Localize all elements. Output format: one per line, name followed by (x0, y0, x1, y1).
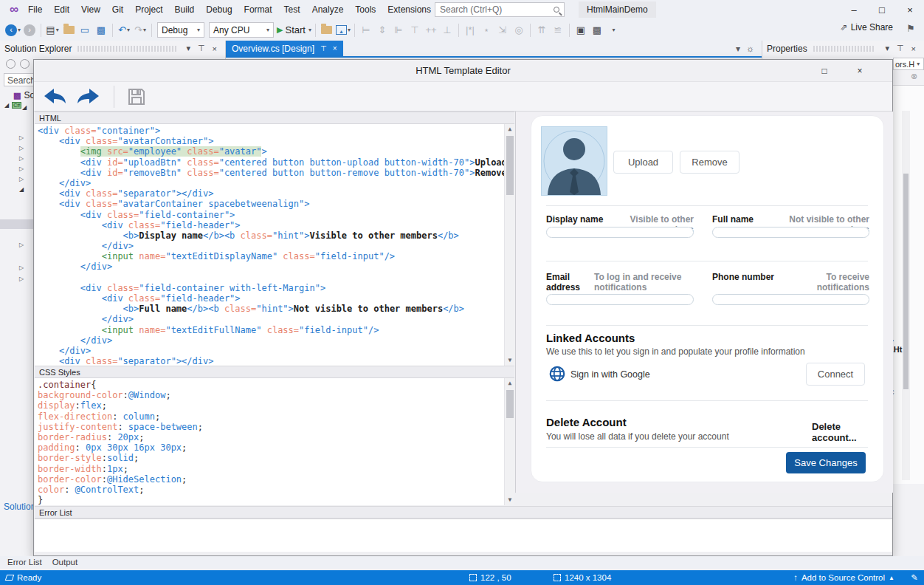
tree-expander[interactable]: ▷ (19, 276, 24, 282)
delete-account-link[interactable]: Delete account... (812, 421, 883, 443)
close-button[interactable]: × (896, 0, 924, 19)
tab-options-gear-icon[interactable]: ☼ (746, 44, 754, 54)
play-icon: ▶ (277, 25, 283, 35)
menu-item-edit[interactable]: Edit (48, 1, 75, 18)
display-name-input[interactable] (546, 227, 694, 238)
close-tab-icon[interactable]: × (333, 44, 337, 52)
image-preview-icon[interactable]: ▲▾ (336, 22, 351, 38)
html-code-editor[interactable]: <div class="container"> <div class="avat… (35, 124, 514, 366)
dialog-titlebar[interactable]: HTML Template Editor □ × (34, 60, 892, 82)
upload-button[interactable]: Upload (613, 151, 673, 174)
menu-item-project[interactable]: Project (129, 1, 168, 18)
scroll-up-icon[interactable]: ▲ (505, 124, 514, 134)
close-panel-icon[interactable]: × (908, 44, 920, 53)
edit-pencil-icon[interactable]: ✎ (911, 570, 918, 585)
pin-icon[interactable]: ⊤ (893, 44, 908, 53)
tree-expander[interactable]: ◢ (22, 104, 27, 111)
code-line: <div class="field-container"> (38, 210, 504, 220)
bring-to-front-icon[interactable]: ▣ (573, 22, 588, 38)
tree-expander[interactable]: ▷ (19, 165, 24, 172)
tree-expander[interactable]: ▷ (19, 145, 24, 151)
add-to-source-control-button[interactable]: ↑ Add to Source Control ▲ (793, 570, 894, 585)
pin-tab-icon[interactable]: ⊤ (320, 44, 327, 52)
pin-icon[interactable]: ⊤ (194, 44, 209, 53)
css-editor-scrollbar[interactable]: ▲ ▼ (504, 378, 514, 505)
live-share-icon: ⇗ (841, 22, 848, 32)
navigate-forward-button[interactable]: › (22, 22, 37, 38)
find-in-files-icon[interactable] (320, 22, 334, 38)
quick-search-input[interactable]: Search (Ctrl+Q) (435, 2, 565, 17)
scroll-up-icon[interactable]: ▲ (505, 378, 514, 389)
menu-item-extensions[interactable]: Extensions (382, 1, 437, 18)
scrollbar-thumb[interactable] (506, 136, 514, 195)
minimize-button[interactable]: – (840, 0, 868, 19)
open-folder-icon[interactable] (61, 22, 76, 38)
dialog-close-button[interactable]: × (844, 60, 876, 82)
tree-expander[interactable]: ▷ (19, 155, 24, 162)
phone-number-input[interactable] (712, 294, 869, 305)
window-position-icon[interactable]: ▾ (881, 44, 893, 53)
tab-overview-cs-design[interactable]: Overview.cs [Design] ⊤ × (226, 41, 343, 56)
menu-item-build[interactable]: Build (169, 1, 201, 18)
save-icon[interactable]: ▭ (77, 22, 92, 38)
close-panel-icon[interactable]: × (209, 44, 221, 53)
properties-search-clear-icon[interactable]: ⊗ (911, 72, 917, 81)
scroll-down-icon[interactable]: ▼ (505, 355, 514, 366)
menu-item-file[interactable]: File (22, 1, 48, 18)
menu-item-analyze[interactable]: Analyze (306, 1, 350, 18)
solution-platforms-select[interactable]: Any CPU▾ (209, 22, 274, 38)
full-name-input[interactable] (712, 227, 869, 238)
window-position-icon[interactable]: ▾ (182, 44, 194, 53)
solution-explorer-bottom-tab[interactable]: Solution (4, 502, 34, 512)
code-line: color: @ControlText; (38, 485, 504, 495)
code-line: justify-content: space-between; (38, 422, 504, 432)
se-forward-icon[interactable] (20, 59, 30, 69)
toolbar-overflow-icon[interactable]: ▾ (606, 22, 621, 38)
properties-scrollbar-thumb[interactable] (903, 174, 909, 389)
dialog-maximize-button[interactable]: □ (808, 60, 841, 82)
tree-expander[interactable]: ◢ (4, 102, 9, 109)
save-template-icon[interactable] (128, 88, 145, 106)
css-code-editor[interactable]: .container{background-color:@Window;disp… (35, 378, 514, 505)
maximize-button[interactable]: □ (868, 0, 896, 19)
canvas-size: 1240 x 1304 (565, 573, 611, 582)
tree-expander[interactable]: ▷ (19, 242, 24, 248)
save-all-icon[interactable]: ▩ (94, 22, 108, 38)
tree-expander[interactable]: ▷ (19, 134, 24, 141)
send-to-back-icon[interactable]: ▩ (590, 22, 604, 38)
scrollbar-thumb[interactable] (506, 390, 514, 418)
redo-arrow-icon[interactable] (75, 87, 100, 106)
scroll-down-icon[interactable]: ▼ (505, 495, 514, 505)
tree-expander[interactable]: ▷ (19, 176, 24, 182)
tree-expander[interactable]: ▷ (19, 264, 24, 271)
menu-item-view[interactable]: View (75, 1, 106, 18)
tree-expander[interactable]: ◢ (19, 186, 24, 193)
redo-icon[interactable]: ↷▾ (133, 22, 148, 38)
tab-error-list[interactable]: Error List (4, 556, 46, 570)
navigate-back-button[interactable]: ‹▾ (5, 22, 21, 38)
undo-arrow-icon[interactable] (43, 87, 68, 106)
csharp-project-icon: C# (12, 102, 21, 109)
properties-object-select[interactable]: ors.H ▾ (893, 58, 924, 70)
tab-output[interactable]: Output (49, 556, 82, 570)
se-back-icon[interactable] (6, 59, 15, 69)
menu-item-debug[interactable]: Debug (200, 1, 238, 18)
undo-icon[interactable]: ↶▾ (117, 22, 131, 38)
tab-list-dropdown-icon[interactable]: ▾ (736, 44, 740, 54)
start-debug-button[interactable]: ▶ Start▾ (277, 22, 311, 38)
solution-configurations-select[interactable]: Debug▾ (157, 22, 204, 38)
menu-item-git[interactable]: Git (106, 1, 129, 18)
menu-item-test[interactable]: Test (278, 1, 306, 18)
selected-tree-row[interactable] (0, 219, 34, 229)
menu-item-tools[interactable]: Tools (349, 1, 382, 18)
new-project-icon[interactable]: ▤▾ (45, 22, 60, 38)
lock-controls-icon: ◎ (511, 22, 526, 38)
save-changes-button[interactable]: Save Changes (786, 452, 866, 473)
connect-button[interactable]: Connect (806, 363, 865, 386)
live-share-button[interactable]: ⇗ Live Share (841, 22, 893, 32)
feedback-icon[interactable]: ⚑ (906, 23, 915, 34)
menu-item-format[interactable]: Format (238, 1, 278, 18)
html-editor-scrollbar[interactable]: ▲ ▼ (504, 124, 514, 366)
email-address-input[interactable] (546, 294, 694, 305)
remove-button[interactable]: Remove (680, 151, 739, 174)
